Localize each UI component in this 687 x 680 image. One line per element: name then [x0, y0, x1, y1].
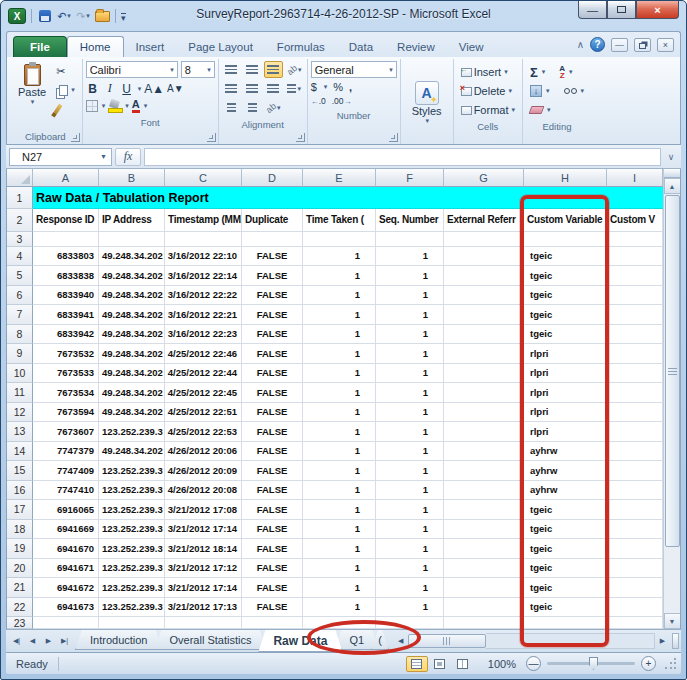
cell-time-taken[interactable]: 1	[303, 559, 376, 579]
cell-seq-number[interactable]: 1	[376, 442, 444, 462]
zoom-slider-track[interactable]	[547, 662, 635, 665]
cell-ip-address[interactable]: 123.252.239.3	[99, 578, 165, 598]
cell-external-referrer[interactable]	[444, 559, 524, 579]
cell-duplicate[interactable]: FALSE	[242, 422, 303, 442]
font-color-button[interactable]: A	[132, 99, 140, 113]
cell-duplicate[interactable]: FALSE	[242, 520, 303, 540]
zoom-in-button[interactable]: +	[641, 656, 656, 671]
cell-custom-variable-2[interactable]	[607, 481, 663, 501]
cell-timestamp[interactable]: 3/16/2012 22:21	[165, 305, 242, 325]
cell-duplicate[interactable]: FALSE	[242, 383, 303, 403]
row-header[interactable]: 9	[7, 344, 33, 364]
cell-external-referrer[interactable]	[444, 383, 524, 403]
expand-formula-bar-icon[interactable]: ∨	[664, 152, 678, 162]
decrease-decimal-button[interactable]: .00→	[332, 96, 352, 106]
cell-seq-number[interactable]: 1	[376, 559, 444, 579]
cell-seq-number[interactable]: 1	[376, 286, 444, 306]
cell-custom-variable-2[interactable]	[607, 500, 663, 520]
cell-seq-number[interactable]: 1	[376, 403, 444, 423]
page-break-view-button[interactable]	[452, 656, 474, 672]
cell-external-referrer[interactable]	[444, 422, 524, 442]
column-header-c[interactable]: C	[165, 169, 242, 187]
cell-external-referrer[interactable]	[444, 500, 524, 520]
split-handle[interactable]	[664, 169, 681, 178]
clear-button[interactable]: ▾	[528, 102, 586, 118]
cell-timestamp[interactable]: 3/16/2012 22:10	[165, 247, 242, 267]
cell[interactable]	[607, 617, 663, 629]
normal-view-button[interactable]	[406, 656, 428, 672]
fill-color-button[interactable]	[108, 100, 121, 113]
cell-external-referrer[interactable]	[444, 325, 524, 345]
accounting-format-button[interactable]: $	[311, 81, 317, 93]
cell-time-taken[interactable]: 1	[303, 344, 376, 364]
cell-duplicate[interactable]: FALSE	[242, 578, 303, 598]
cell-timestamp[interactable]: 4/26/2012 20:08	[165, 481, 242, 501]
cell-response-id[interactable]: 6833838	[33, 266, 99, 286]
column-header-a[interactable]: A	[33, 169, 99, 187]
horizontal-scrollbar[interactable]: ◀ ▶	[393, 630, 681, 652]
cell-external-referrer[interactable]	[444, 481, 524, 501]
cell-timestamp[interactable]: 3/16/2012 22:22	[165, 286, 242, 306]
cell-response-id[interactable]: 6833803	[33, 247, 99, 267]
tab-data[interactable]: Data	[337, 37, 385, 57]
column-header-e[interactable]: E	[303, 169, 376, 187]
cell-custom-variable-1[interactable]: rlpri	[524, 403, 607, 423]
cell-ip-address[interactable]: 123.252.239.3	[99, 520, 165, 540]
cell-seq-number[interactable]: 1	[376, 364, 444, 384]
number-format-select[interactable]: General▾	[311, 61, 397, 78]
cell-custom-variable-1[interactable]: rlpri	[524, 422, 607, 442]
cell-ip-address[interactable]: 49.248.34.202	[99, 286, 165, 306]
next-sheet-button[interactable]: ▶	[41, 634, 56, 649]
comma-style-button[interactable]: ,	[349, 81, 352, 93]
cell-time-taken[interactable]: 1	[303, 364, 376, 384]
cell-timestamp[interactable]: 4/25/2012 22:51	[165, 403, 242, 423]
cell[interactable]: Time Taken (	[303, 209, 376, 232]
horizontal-scroll-thumb[interactable]	[408, 634, 486, 648]
cell-external-referrer[interactable]	[444, 403, 524, 423]
cell-ip-address[interactable]: 49.248.34.202	[99, 344, 165, 364]
cell[interactable]: IP Address	[99, 209, 165, 232]
cell-response-id[interactable]: 7673534	[33, 383, 99, 403]
cell-custom-variable-1[interactable]: tgeic	[524, 305, 607, 325]
cell-custom-variable-2[interactable]	[607, 403, 663, 423]
vertical-scrollbar[interactable]: ▲ ▼	[663, 169, 680, 629]
cell-custom-variable-2[interactable]	[607, 325, 663, 345]
dialog-launcher-icon[interactable]	[296, 133, 305, 142]
cell-custom-variable-1[interactable]: rlpri	[524, 344, 607, 364]
row-header[interactable]: 6	[7, 286, 33, 306]
cell-custom-variable-2[interactable]	[607, 383, 663, 403]
cell-external-referrer[interactable]	[444, 520, 524, 540]
sort-filter-button[interactable]: AZ▾	[557, 64, 574, 80]
cell[interactable]	[303, 617, 376, 629]
orientation-button[interactable]: ab▾	[285, 61, 304, 78]
cell-custom-variable-2[interactable]	[607, 520, 663, 540]
collapse-ribbon-icon[interactable]: ∧	[577, 39, 584, 50]
cell-time-taken[interactable]: 1	[303, 520, 376, 540]
cell-timestamp[interactable]: 3/21/2012 17:14	[165, 520, 242, 540]
cell-duplicate[interactable]: FALSE	[242, 305, 303, 325]
cut-button[interactable]: ✂	[54, 63, 77, 79]
insert-cells-button[interactable]: Insert▾	[459, 64, 517, 80]
borders-button[interactable]	[86, 100, 98, 112]
cell-ip-address[interactable]: 49.248.34.202	[99, 266, 165, 286]
underline-button[interactable]: U	[120, 82, 134, 96]
cell-ip-address[interactable]: 49.248.34.202	[99, 383, 165, 403]
cell-duplicate[interactable]: FALSE	[242, 325, 303, 345]
cell-custom-variable-1[interactable]: ayhrw	[524, 442, 607, 462]
row-header[interactable]: 4	[7, 247, 33, 267]
cell-response-id[interactable]: 6941672	[33, 578, 99, 598]
cell-ip-address[interactable]: 49.248.34.202	[99, 325, 165, 345]
row-header[interactable]: 16	[7, 481, 33, 501]
cell-seq-number[interactable]: 1	[376, 344, 444, 364]
cell-ip-address[interactable]: 123.252.239.3	[99, 539, 165, 559]
cell-ip-address[interactable]: 49.248.34.202	[99, 442, 165, 462]
cell-custom-variable-1[interactable]: rlpri	[524, 383, 607, 403]
row-header[interactable]: 13	[7, 422, 33, 442]
column-header-f[interactable]: F	[376, 169, 444, 187]
row-header[interactable]: 21	[7, 578, 33, 598]
delete-cells-button[interactable]: Delete▾	[459, 83, 517, 99]
cell-response-id[interactable]: 6833942	[33, 325, 99, 345]
cell-custom-variable-2[interactable]	[607, 442, 663, 462]
dialog-launcher-icon[interactable]	[389, 133, 398, 142]
scroll-right-button[interactable]: ▶	[655, 634, 670, 649]
